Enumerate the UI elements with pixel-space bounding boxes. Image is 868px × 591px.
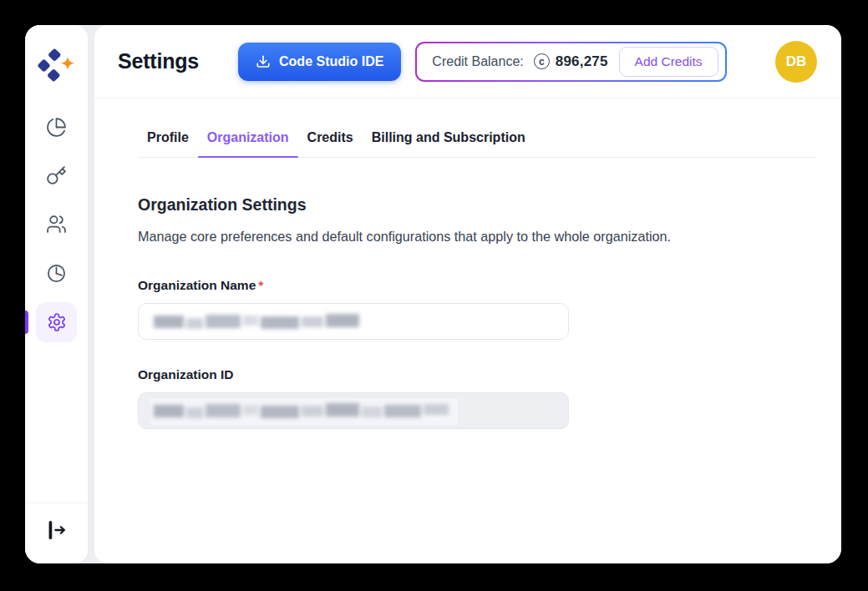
sidebar-item-api-keys[interactable] <box>46 165 67 186</box>
tab-billing-and-subscription[interactable]: Billing and Subscription <box>363 122 535 157</box>
credit-balance-label: Credit Balance: <box>432 54 523 69</box>
tab-organization[interactable]: Organization <box>198 122 298 157</box>
active-nav-indicator <box>25 311 28 334</box>
organization-id-label: Organization ID <box>138 367 798 382</box>
credit-balance-amount: 896,275 <box>556 53 608 70</box>
organization-settings-section: Organization Settings Manage core prefer… <box>94 195 841 429</box>
organization-id-input <box>138 392 569 429</box>
credit-balance-pill: Credit Balance: c 896,275 Add Credits <box>415 42 726 82</box>
section-heading: Organization Settings <box>138 195 798 215</box>
sidebar-item-settings[interactable] <box>36 302 77 342</box>
key-icon <box>46 165 67 186</box>
app-window: Settings Code Studio IDE Credit Balance:… <box>25 25 841 563</box>
ide-button-label: Code Studio IDE <box>279 54 383 69</box>
logout-icon <box>46 519 68 541</box>
download-icon <box>256 54 271 69</box>
user-avatar[interactable]: DB <box>775 41 817 83</box>
users-icon <box>46 214 67 235</box>
tab-credits[interactable]: Credits <box>298 122 363 157</box>
logout-button[interactable] <box>46 519 68 541</box>
sidebar-divider <box>25 503 88 503</box>
pie-chart-icon <box>46 117 67 138</box>
required-asterisk: * <box>258 278 263 292</box>
sidebar <box>25 25 88 563</box>
header: Settings Code Studio IDE Credit Balance:… <box>94 25 841 98</box>
redacted-value <box>154 403 449 418</box>
credit-coin-icon: c <box>534 53 550 69</box>
settings-tabs: Profile Organization Credits Billing and… <box>138 122 817 158</box>
tab-profile[interactable]: Profile <box>138 122 198 157</box>
app-logo[interactable] <box>36 46 76 84</box>
code-studio-ide-button[interactable]: Code Studio IDE <box>238 43 401 81</box>
page-title: Settings <box>118 49 199 73</box>
sidebar-item-team[interactable] <box>46 214 67 235</box>
main-panel: Settings Code Studio IDE Credit Balance:… <box>94 25 841 563</box>
organization-name-label: Organization Name* <box>138 278 798 293</box>
settings-gear-icon <box>47 312 67 332</box>
section-description: Manage core preferences and default conf… <box>138 229 798 245</box>
screen: { "sidebar": { "logo": "app-logo", "nav_… <box>0 0 868 591</box>
organization-name-input[interactable] <box>138 303 569 340</box>
add-credits-button[interactable]: Add Credits <box>619 47 718 77</box>
usage-clock-icon <box>46 263 67 284</box>
sidebar-item-usage[interactable] <box>46 263 67 284</box>
sidebar-item-dashboard[interactable] <box>46 117 67 138</box>
redacted-value <box>154 314 359 329</box>
